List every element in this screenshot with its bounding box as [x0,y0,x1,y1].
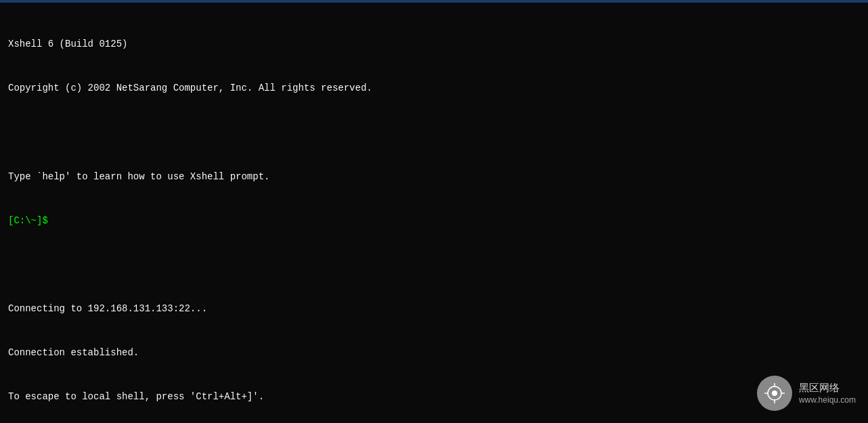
line-5: [C:\~]$ [8,214,860,229]
watermark-site-url: www.heiqu.com [799,395,856,406]
line-8: Connection established. [8,346,860,361]
line-3 [8,126,860,141]
svg-point-2 [772,391,777,396]
watermark-site-name: 黑区网络 [799,380,856,395]
line-2: Copyright (c) 2002 NetSarang Computer, I… [8,81,860,96]
line-1: Xshell 6 (Build 0125) [8,37,860,52]
watermark-text-block: 黑区网络 www.heiqu.com [799,380,856,406]
line-4: Type `help' to learn how to use Xshell p… [8,170,860,185]
watermark: 黑区网络 www.heiqu.com [757,376,856,411]
line-9: To escape to local shell, press 'Ctrl+Al… [8,390,860,405]
line-6 [8,258,860,273]
terminal[interactable]: Xshell 6 (Build 0125) Copyright (c) 2002… [0,3,868,423]
line-7: Connecting to 192.168.131.133:22... [8,302,860,317]
watermark-logo [757,376,792,411]
